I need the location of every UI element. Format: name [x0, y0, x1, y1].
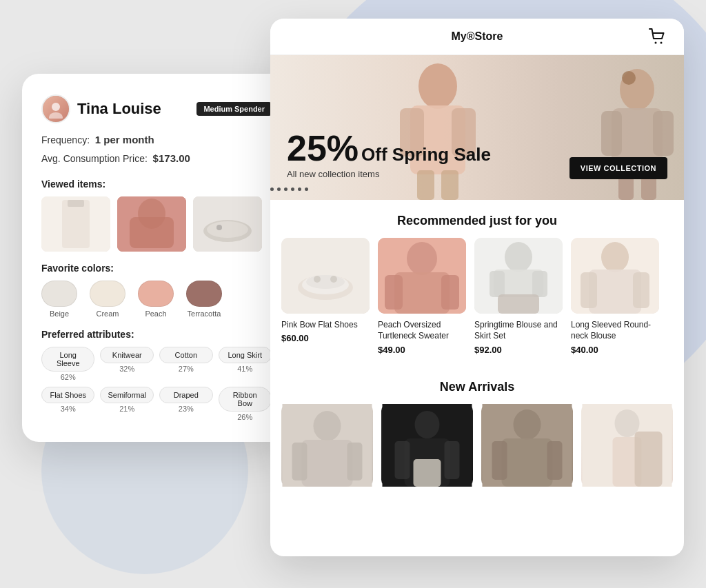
attr-ribbon-bow[interactable]: Ribbon Bow 26%: [219, 387, 272, 421]
svg-rect-57: [395, 441, 410, 479]
sale-subtext: All new collection items: [287, 169, 491, 179]
recommended-title: Recommended just for you: [270, 200, 684, 238]
svg-rect-7: [130, 217, 174, 248]
arrival-card-1[interactable]: [281, 404, 373, 487]
color-terracotta[interactable]: Terracotta: [186, 281, 222, 318]
color-label-beige: Beige: [50, 310, 69, 318]
svg-point-11: [216, 225, 222, 230]
attr-pct-cotton: 27%: [179, 365, 194, 373]
svg-point-61: [514, 409, 541, 440]
banner: 25% Off Spring Sale All new collection i…: [270, 55, 684, 200]
attr-tag-semiformal: Semiformal: [100, 387, 154, 403]
viewed-item-skirt[interactable]: [41, 196, 110, 252]
attr-pct-long-skirt: 41%: [237, 365, 252, 373]
svg-point-0: [52, 103, 60, 111]
svg-rect-58: [445, 441, 460, 479]
svg-point-14: [418, 63, 457, 109]
viewed-item-shoes[interactable]: [193, 196, 262, 252]
tablet-panel: My®Store: [270, 19, 684, 556]
store-name: My®Store: [452, 30, 503, 43]
attr-long-sleeve[interactable]: Long Sleeve 62%: [41, 347, 94, 381]
svg-rect-47: [581, 272, 597, 308]
color-swatch-peach: [138, 281, 174, 307]
viewed-items-row: [41, 196, 272, 252]
svg-rect-3: [62, 200, 90, 248]
attr-pct-ribbon-bow: 26%: [237, 413, 252, 421]
avg-price-label: Avg. Consumption Price:: [41, 153, 148, 164]
svg-point-12: [654, 41, 656, 43]
arrival-card-4[interactable]: [581, 404, 673, 487]
frequency-label: Frequency:: [41, 134, 90, 145]
product-img-2: [378, 238, 466, 314]
color-label-cream: Cream: [96, 310, 119, 318]
svg-rect-59: [414, 459, 441, 487]
svg-point-13: [660, 41, 662, 43]
product-card-2[interactable]: Peach Oversized Turtleneck Sweater $49.0…: [378, 238, 466, 356]
attr-knitwear[interactable]: Knitwear 32%: [100, 347, 154, 381]
attr-flat-shoes[interactable]: Flat Shoes 34%: [41, 387, 94, 421]
svg-rect-43: [498, 294, 539, 314]
attr-pct-knitwear: 32%: [119, 365, 134, 373]
avg-price-value: $173.00: [153, 152, 190, 164]
product-title-3: Springtime Blouse and Skirt Set: [474, 319, 563, 343]
color-beige[interactable]: Beige: [41, 281, 77, 318]
connector: [270, 187, 308, 191]
product-title-1: Pink Bow Flat Shoes: [281, 319, 370, 331]
attr-long-skirt[interactable]: Long Skirt 41%: [219, 347, 272, 381]
product-card-4[interactable]: Long Sleeved Round-neck Blouse $40.00: [571, 238, 659, 356]
product-card-3[interactable]: Springtime Blouse and Skirt Set $92.00: [474, 238, 563, 356]
svg-rect-23: [601, 111, 622, 156]
arrival-card-2[interactable]: [381, 404, 473, 487]
attributes-grid: Long Sleeve 62% Knitwear 32% Cotton 27% …: [41, 347, 272, 421]
attr-tag-cotton: Cotton: [159, 347, 212, 363]
color-swatch-cream: [90, 281, 125, 307]
scene-container: Tina Louise Medium Spender Frequency: 1 …: [22, 19, 684, 570]
attr-draped[interactable]: Draped 23%: [159, 387, 212, 421]
color-peach[interactable]: Peach: [138, 281, 174, 318]
spender-badge: Medium Spender: [196, 102, 272, 116]
user-name: Tina Louise: [77, 100, 161, 118]
attr-pct-semiformal: 21%: [119, 405, 134, 413]
svg-rect-42: [532, 271, 547, 297]
viewed-item-sweater[interactable]: [117, 196, 186, 252]
arrival-card-3[interactable]: [481, 404, 573, 487]
svg-rect-63: [492, 441, 507, 480]
attr-cotton[interactable]: Cotton 27%: [159, 347, 212, 381]
product-price-3: $92.00: [474, 345, 563, 355]
viewed-items-label: Viewed items:: [41, 179, 272, 190]
product-price-1: $60.00: [281, 333, 370, 343]
svg-point-39: [505, 242, 532, 272]
attr-semiformal[interactable]: Semiformal 21%: [100, 387, 154, 421]
svg-rect-37: [441, 275, 459, 310]
svg-rect-52: [292, 443, 307, 480]
svg-point-55: [415, 411, 440, 438]
color-cream[interactable]: Cream: [90, 281, 125, 318]
product-price-2: $49.00: [378, 345, 466, 355]
svg-rect-51: [302, 440, 353, 487]
sale-text: Off Spring Sale: [361, 144, 491, 165]
svg-point-10: [207, 221, 248, 238]
view-collection-button[interactable]: VIEW COLLECTION: [569, 157, 667, 179]
tablet-content: 25% Off Spring Sale All new collection i…: [270, 55, 684, 556]
tablet-header: My®Store: [270, 19, 684, 55]
svg-point-32: [330, 276, 337, 283]
banner-text: 25% Off Spring Sale All new collection i…: [287, 130, 491, 179]
svg-point-31: [314, 276, 321, 283]
svg-rect-64: [547, 441, 563, 480]
svg-rect-36: [385, 275, 403, 310]
product-card-1[interactable]: Pink Bow Flat Shoes $60.00: [281, 238, 370, 356]
products-row: Pink Bow Flat Shoes $60.00 Pea: [270, 238, 684, 367]
arrival-img-1: [281, 404, 373, 487]
favorite-colors-label: Favorite colors:: [41, 263, 272, 274]
product-img-3: [474, 238, 563, 314]
product-img-1: [281, 238, 370, 314]
frequency-value: 1 per month: [95, 134, 154, 145]
phone-header: Tina Louise Medium Spender: [41, 94, 272, 123]
cart-icon[interactable]: [648, 27, 667, 46]
avatar: [41, 94, 70, 123]
sale-percentage: 25%: [287, 130, 359, 166]
colors-row: Beige Cream Peach Terracotta: [41, 281, 272, 318]
color-swatch-beige: [41, 281, 77, 307]
phone-panel: Tina Louise Medium Spender Frequency: 1 …: [22, 74, 291, 442]
attr-pct-long-sleeve: 62%: [61, 373, 76, 381]
